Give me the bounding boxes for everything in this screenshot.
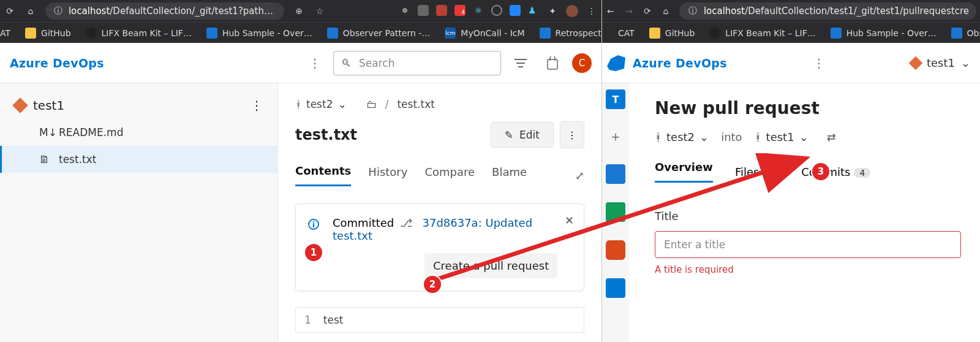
header-kebab-icon[interactable]: ⋮ [808, 56, 830, 70]
bookmark-item[interactable]: Observer [951, 28, 980, 39]
branch-name: test2 [306, 98, 333, 110]
bookmark-item[interactable]: LIFX Beam Kit – LIF… [86, 28, 192, 39]
repo-root-item[interactable]: test1 ⋮ [0, 92, 277, 119]
ext-icon[interactable] [491, 5, 502, 16]
breadcrumb-row: ᚼ test2 ⌄ 🗀 / test.txt [295, 98, 584, 110]
home-icon[interactable]: ⌂ [24, 5, 37, 17]
bookmark-item[interactable]: LIFX Beam Kit – LIF… [709, 28, 815, 39]
code-line: test [323, 314, 344, 326]
title-field-block: Title Enter a title A title is required [655, 210, 980, 275]
bookmark-item[interactable]: Hub Sample - Over… [206, 28, 312, 39]
file-title-row: test.txt ✎ Edit ⋮ [295, 121, 584, 148]
swap-icon[interactable]: ⇄ [827, 131, 836, 143]
azure-devops-icon[interactable] [607, 55, 625, 71]
search-icon: 🔍︎ [341, 57, 352, 69]
annotation-1: 1 [305, 244, 322, 261]
star-icon[interactable]: ☆ [314, 5, 326, 17]
info-icon[interactable]: ⓘ [53, 5, 64, 17]
url-bar[interactable]: ⓘ localhost/DefaultCollection/test1/_git… [679, 2, 976, 20]
ext-icon[interactable] [418, 5, 429, 16]
extensions-icon[interactable]: ✦ [546, 5, 559, 17]
forward-icon: → [624, 5, 634, 17]
profile-avatar[interactable] [566, 5, 578, 17]
rail-project-tile[interactable]: T [606, 89, 625, 109]
bookmark-item[interactable]: GitHub [649, 28, 695, 39]
rail-repos-icon[interactable] [606, 240, 625, 260]
shopping-bag-icon[interactable] [540, 56, 565, 70]
commit-message: Committed ⎇ 37d8637a: Updated test.txt [333, 216, 571, 242]
info-icon: i [308, 219, 319, 230]
file-tabs: Contents History Compare Blame ⤢ [295, 164, 584, 186]
add-icon[interactable]: ＋ [609, 127, 622, 146]
tab-compare[interactable]: Compare [424, 165, 475, 186]
tab-files[interactable]: Files1 [735, 165, 779, 178]
azure-devops-logo[interactable]: Azure DevOps [10, 56, 104, 70]
rail-boards-icon[interactable] [606, 164, 625, 184]
user-avatar[interactable]: C [572, 53, 592, 73]
expand-icon[interactable]: ⤢ [575, 169, 584, 182]
more-button[interactable]: ⋮ [560, 121, 584, 148]
extensions-row: 4 ⚛ ♟ ✦ ⋮ [399, 5, 598, 17]
zoom-ext-icon[interactable] [510, 5, 521, 16]
commit-card: i ✕ Committed ⎇ 37d8637a: Updated test.t… [295, 203, 584, 291]
title-input[interactable]: Enter a title [655, 231, 961, 258]
tree-kebab-icon[interactable]: ⋮ [251, 98, 263, 113]
tab-overview[interactable]: Overview [655, 161, 713, 183]
branch-icon: ᚼ [655, 131, 662, 143]
file-tree-sidebar: test1 ⋮ M↓ README.md 🗎 test.txt [0, 83, 278, 342]
url-bar[interactable]: ⓘ localhost/DefaultCollection/_git/test1… [45, 2, 284, 20]
into-label: into [721, 131, 742, 143]
repo-icon [12, 97, 28, 113]
header-kebab-icon[interactable]: ⋮ [304, 56, 326, 70]
commit-icon: ⎇ [400, 216, 413, 229]
tab-blame[interactable]: Blame [492, 165, 527, 186]
line-number: 1 [304, 314, 311, 326]
tab-contents[interactable]: Contents [295, 164, 351, 186]
bookmark-item[interactable]: AT [0, 28, 10, 38]
bookmark-item[interactable]: IcmMyOnCall - IcM [445, 28, 524, 39]
branch-selector[interactable]: ᚼ test2 ⌄ [295, 98, 347, 110]
bookmark-item[interactable]: Observer Pattern -… [327, 28, 431, 39]
breadcrumb-file[interactable]: test.txt [397, 98, 434, 110]
file-tree-item[interactable]: M↓ README.md [0, 119, 277, 146]
annotation-2: 2 [424, 276, 441, 293]
react-ext-icon[interactable]: ⚛ [473, 5, 484, 16]
left-browser-window: ⟳ ⌂ ⓘ localhost/DefaultCollection/_git/t… [0, 0, 601, 342]
source-branch-selector[interactable]: ᚼ test2 ⌄ [655, 131, 709, 143]
bookmark-item[interactable]: GitHub [25, 28, 71, 39]
url-text: localhost/DefaultCollection/_git/test1?p… [69, 6, 277, 17]
target-branch-selector[interactable]: ᚼ test1 ⌄ [755, 131, 809, 143]
folder-icon[interactable]: 🗀 [366, 98, 377, 110]
browser-toolbar: ⟳ ⌂ ⓘ localhost/DefaultCollection/_git/t… [0, 0, 601, 22]
kebab-icon[interactable]: ⋮ [586, 5, 598, 17]
bookmark-item[interactable]: CAT [618, 28, 635, 38]
ext-icon[interactable] [399, 5, 410, 16]
tab-history[interactable]: History [368, 165, 407, 186]
rail-tests-icon[interactable] [606, 202, 625, 222]
content-area: T ＋ New pull request ᚼ test2 ⌄ into ᚼ te… [602, 83, 980, 342]
content-area: test1 ⋮ M↓ README.md 🗎 test.txt ᚼ test2 … [0, 83, 601, 342]
filter-icon[interactable] [508, 58, 533, 68]
search-input[interactable]: 🔍︎ Search [333, 51, 501, 75]
rail-pipelines-icon[interactable] [606, 278, 625, 298]
bookmark-item[interactable]: Hub Sample - Over… [831, 28, 937, 39]
zoom-icon[interactable]: ⊕ [293, 5, 305, 17]
azure-devops-logo[interactable]: Azure DevOps [633, 56, 727, 70]
file-tree-item-selected[interactable]: 🗎 test.txt [0, 146, 277, 173]
edit-button[interactable]: ✎ Edit [491, 122, 554, 148]
svg-rect-3 [548, 59, 557, 69]
reload-icon[interactable]: ⟳ [643, 5, 652, 17]
close-icon[interactable]: ✕ [565, 214, 574, 227]
project-selector[interactable]: test1 ⌄ [911, 56, 970, 69]
create-pull-request-button[interactable]: Create a pull request [424, 253, 557, 278]
chevron-down-icon: ⌄ [337, 98, 346, 110]
reload-icon[interactable]: ⟳ [4, 5, 16, 17]
ext-icon[interactable]: ♟ [528, 5, 539, 16]
info-icon[interactable]: ⓘ [687, 5, 699, 17]
pull-request-main: New pull request ᚼ test2 ⌄ into ᚼ test1 … [629, 83, 980, 342]
title-placeholder: Enter a title [664, 238, 725, 251]
home-icon[interactable]: ⌂ [661, 5, 671, 17]
back-icon[interactable]: ← [606, 5, 616, 17]
ext-icon[interactable] [436, 5, 447, 16]
ext-badge-icon[interactable]: 4 [454, 5, 466, 16]
